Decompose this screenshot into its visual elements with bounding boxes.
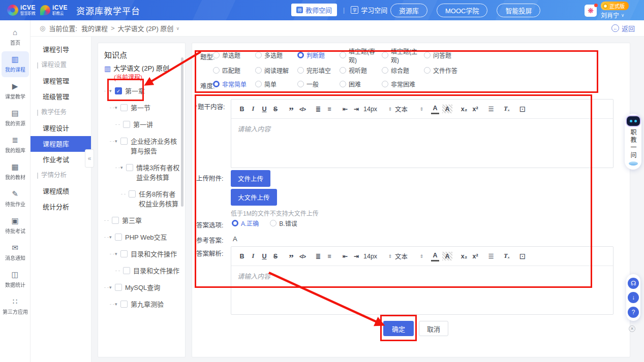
menu-item-homework-exams[interactable]: 作业考试 (30, 152, 91, 168)
rail-item-my-textbooks[interactable]: ▦我的教材 (2, 159, 29, 185)
toolbar-code-button[interactable]: </> (298, 104, 306, 115)
difficulty-option[interactable]: 简单 (255, 79, 297, 89)
toolbar-insert-image-button[interactable]: ⊡ (518, 104, 527, 115)
help-icon[interactable]: ? (628, 307, 639, 318)
course-dropdown-icon[interactable]: ∨ (176, 26, 179, 31)
toolbar-indent-button[interactable]: ⇥ (352, 104, 360, 115)
rail-item-pending-exams[interactable]: ▣待批考试 (2, 213, 29, 239)
question-type-option[interactable]: 阅读理解 (255, 65, 297, 76)
rail-item-my-resources[interactable]: ▤我的资源 (2, 105, 29, 131)
toolbar-blockquote-button[interactable]: ” (287, 102, 295, 117)
menu-item-course-design[interactable]: 课程设计 (30, 120, 91, 136)
toolbar-outdent-button[interactable]: ⇤ (341, 251, 349, 262)
toolbar-clear-format-button[interactable]: Tₓ (503, 251, 511, 262)
menu-item-course-management[interactable]: 课程管理 (30, 73, 91, 89)
tree-checkbox[interactable] (120, 138, 128, 145)
tree-node[interactable]: ▾企业经济业务核算与报告 (110, 137, 181, 156)
caret-down-icon[interactable]: ▾ (120, 163, 126, 172)
toolbar-strikethrough-button[interactable]: S (271, 104, 280, 115)
tree-node[interactable]: ▾✓第一章 (104, 86, 181, 96)
breadcrumb-current-course[interactable]: 大学语文 (2P) 原创 (118, 23, 174, 33)
rail-item-data-statistics[interactable]: ◫数据统计 (2, 267, 29, 292)
file-upload-button[interactable]: 文件上传 (231, 170, 270, 187)
menu-item-course-question-bank[interactable]: 课程题库 (30, 136, 91, 152)
close-floating-icon[interactable]: ✕ (629, 325, 635, 332)
tree-checkbox[interactable] (115, 234, 122, 241)
tree-checkbox[interactable]: ✓ (115, 87, 122, 94)
rail-item-classroom-teaching[interactable]: ▶课堂教学 (2, 78, 29, 104)
big-file-upload-button[interactable]: 大文件上传 (231, 189, 277, 206)
rail-item-my-courses[interactable]: ▥我的课程 (2, 51, 29, 77)
tree-node[interactable]: 任务8所有者权益业务核算 (121, 189, 181, 209)
breadcrumb-my-courses[interactable]: 我的课程 (81, 23, 108, 33)
toolbar-subscript-button[interactable]: x₂ (460, 104, 468, 115)
toolbar-blockquote-button[interactable]: ” (287, 249, 295, 264)
caret-down-icon[interactable]: ▾ (109, 86, 115, 95)
rail-item-third-party-apps[interactable]: ∷第三方应用 (2, 293, 29, 319)
difficulty-option[interactable]: 困难 (340, 79, 382, 89)
tree-checkbox[interactable] (115, 284, 122, 291)
toolbar-bold-button[interactable]: B (238, 104, 246, 115)
tree-scrollbar[interactable] (181, 57, 183, 207)
nav-learning-space[interactable]: 学 学习空间 (351, 5, 387, 15)
toolbar-underline-button[interactable]: U (260, 104, 268, 115)
toolbar-superscript-button[interactable]: x² (471, 104, 479, 115)
tree-checkbox[interactable] (123, 267, 130, 274)
back-button[interactable]: ← 返回 (611, 23, 635, 33)
rail-item-pending-homework[interactable]: ✎待批作业 (2, 186, 29, 212)
toolbar-superscript-button[interactable]: x² (471, 251, 479, 262)
caret-down-icon[interactable]: ▾ (115, 103, 120, 112)
menu-item-course-guide[interactable]: 课程引导 (30, 42, 91, 57)
nav-teacher-space[interactable]: 师 教师空间 (291, 4, 337, 16)
header-pill-2[interactable]: 智能投屏 (497, 4, 540, 17)
rail-item-my-question-bank[interactable]: ≣我的题库 (2, 132, 29, 158)
difficulty-option[interactable]: 非常简单 (213, 79, 255, 89)
toolbar-alignment-button[interactable]: ☰ (487, 251, 495, 262)
toolbar-font-color-button[interactable]: A (431, 251, 439, 261)
toolbar-alignment-button[interactable]: ☰ (487, 104, 495, 115)
analysis-editor-input[interactable]: 请输入内容 (231, 266, 613, 314)
menu-item-statistical-analysis[interactable]: 统计分析 (30, 199, 91, 215)
toolbar-subscript-button[interactable]: x₂ (460, 251, 468, 262)
question-type-option[interactable]: 单选题 (213, 50, 255, 60)
toolbar-highlight-button[interactable]: A (442, 105, 452, 113)
download-icon[interactable]: ↓ (628, 292, 639, 303)
toolbar-clear-format-button[interactable]: Tₓ (503, 104, 511, 115)
toolbar-highlight-button[interactable]: A (442, 252, 452, 260)
question-type-option[interactable]: 视听题 (340, 65, 382, 76)
tree-root-course[interactable]: ▥ 大学语文 (2P) 原创 (104, 64, 181, 73)
tree-checkbox[interactable] (123, 121, 130, 128)
app-logo-icon[interactable]: ❋ (585, 5, 597, 17)
tree-checkbox[interactable] (112, 217, 119, 224)
tree-node[interactable]: ▾第九章测验 (110, 300, 181, 309)
toolbar-font-size-select[interactable]: 14px⇕ (363, 106, 392, 113)
toolbar-bullet-list-button[interactable]: ≡ (325, 251, 333, 262)
toolbar-italic-button[interactable]: I (249, 104, 257, 115)
difficulty-option[interactable]: 一般 (297, 79, 340, 89)
caret-down-icon[interactable]: ▾ (115, 137, 120, 146)
difficulty-option[interactable]: 非常困难 (382, 79, 424, 89)
stem-editor-input[interactable]: 请输入内容 (231, 119, 613, 168)
header-pill-1[interactable]: MOOC学院 (437, 4, 487, 17)
toolbar-ordered-list-button[interactable]: ≣ (314, 251, 322, 262)
caret-down-icon[interactable]: ▾ (115, 300, 120, 309)
tree-node[interactable]: 第一讲 (115, 120, 181, 129)
question-type-option[interactable]: 匹配题 (213, 65, 255, 76)
tree-node[interactable]: ▾目录和文件操作 (110, 249, 181, 259)
toolbar-strikethrough-button[interactable]: S (271, 251, 280, 262)
toolbar-insert-image-button[interactable]: ⊡ (518, 251, 527, 262)
tree-checkbox[interactable] (129, 190, 136, 198)
caret-down-icon[interactable]: ▾ (115, 249, 120, 258)
toolbar-font-size-select[interactable]: 14px⇕ (363, 253, 392, 260)
ai-assistant-widget[interactable]: 职教一问 (625, 114, 641, 170)
toolbar-bullet-list-button[interactable]: ≡ (325, 104, 333, 115)
tree-node[interactable]: 目录和文件操作 (115, 266, 181, 276)
answer-option[interactable]: B.错误 (270, 218, 297, 228)
question-type-option[interactable]: 完形填空 (297, 65, 340, 76)
tree-checkbox[interactable] (120, 250, 128, 257)
caret-down-icon[interactable]: ▾ (109, 233, 115, 242)
question-type-option[interactable]: 填空题(客观) (340, 50, 382, 60)
menu-item-course-grades[interactable]: 课程成绩 (30, 183, 91, 199)
question-type-option[interactable]: 文件作答 (424, 65, 466, 76)
toolbar-outdent-button[interactable]: ⇤ (341, 104, 349, 115)
